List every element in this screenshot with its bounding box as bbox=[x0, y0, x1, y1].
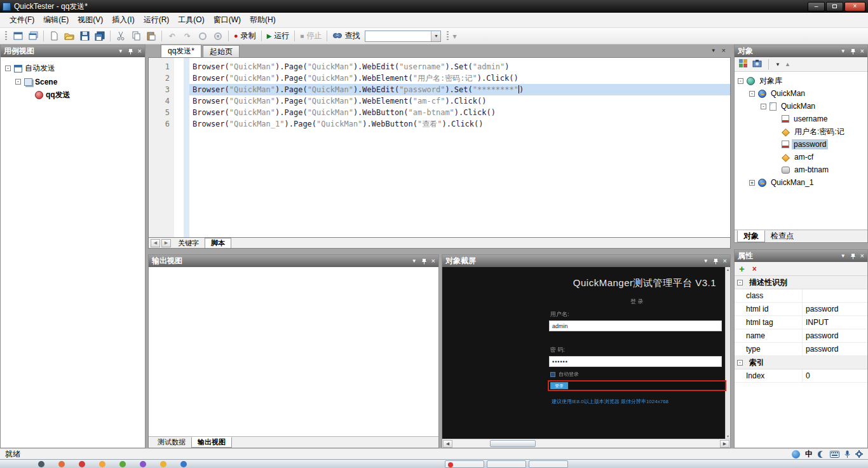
capture-object-button[interactable] bbox=[752, 59, 762, 69]
tab-keyword-view[interactable]: 关键字 bbox=[172, 238, 205, 248]
testcase-panel-header[interactable]: 用例视图 ▼ × bbox=[1, 45, 145, 57]
property-value[interactable]: 0 bbox=[803, 369, 867, 382]
property-value[interactable]: password bbox=[803, 329, 867, 342]
collapse-icon[interactable]: - bbox=[738, 78, 743, 84]
collapse-icon[interactable]: - bbox=[15, 79, 21, 85]
taskbar[interactable] bbox=[0, 459, 868, 468]
tab-test-data[interactable]: 测试数据 bbox=[152, 437, 191, 448]
redo-button[interactable]: ↷ bbox=[180, 29, 194, 43]
taskbar-app-icon[interactable] bbox=[58, 461, 65, 467]
ime-fullwidth-icon[interactable] bbox=[818, 451, 825, 458]
property-row[interactable]: html id password bbox=[735, 303, 867, 316]
menu-item-view[interactable]: 视图(V) bbox=[73, 13, 107, 27]
menu-item-window[interactable]: 窗口(W) bbox=[209, 13, 245, 27]
code-line[interactable]: Browser("QuickMan").Page("QuickMan").Web… bbox=[189, 95, 730, 107]
stop-button[interactable]: ■ 停止 bbox=[298, 29, 323, 43]
panel-close-icon[interactable]: × bbox=[723, 258, 727, 265]
scroll-up-icon[interactable]: ▲ bbox=[726, 268, 729, 272]
taskbar-window-button[interactable] bbox=[445, 460, 484, 468]
expand-icon[interactable]: + bbox=[749, 180, 755, 186]
filter-dropdown-icon[interactable]: ▼ bbox=[775, 62, 780, 67]
panel-close-icon[interactable]: × bbox=[431, 258, 435, 265]
screenshot-horizontal-scrollbar[interactable]: ◀ ▶ bbox=[442, 439, 730, 448]
tab-close-icon[interactable]: × bbox=[722, 47, 726, 54]
property-section-description[interactable]: - 描述性识别 bbox=[735, 276, 867, 289]
tab-checkpoints[interactable]: 检查点 bbox=[765, 230, 799, 242]
add-property-button[interactable]: + bbox=[739, 264, 745, 273]
pin-icon[interactable] bbox=[128, 48, 133, 55]
find-combobox[interactable]: ▼ bbox=[365, 31, 441, 42]
tab-qq-send[interactable]: qq发送* bbox=[161, 45, 201, 57]
cut-button[interactable] bbox=[114, 29, 128, 43]
step-into-button[interactable] bbox=[211, 29, 225, 43]
tab-objects[interactable]: 对象 bbox=[737, 230, 765, 242]
property-row[interactable]: Index 0 bbox=[735, 369, 867, 383]
tab-start-page[interactable]: 起始页 bbox=[203, 45, 240, 57]
menu-item-help[interactable]: 帮助(H) bbox=[245, 13, 280, 27]
panel-menu-icon[interactable]: ▼ bbox=[703, 259, 709, 264]
collapse-icon[interactable]: - bbox=[749, 91, 755, 97]
tab-output-view[interactable]: 输出视图 bbox=[191, 437, 232, 448]
pin-icon[interactable] bbox=[850, 48, 856, 55]
menu-item-file[interactable]: 文件(F) bbox=[5, 13, 39, 27]
title-bar[interactable]: QuickTester - qq发送* – × bbox=[0, 0, 868, 13]
property-value[interactable]: password bbox=[803, 303, 867, 315]
code-line[interactable]: Browser("QuickMan").Page("QuickMan").Web… bbox=[189, 84, 730, 95]
ime-settings-icon[interactable] bbox=[855, 450, 863, 458]
tab-list-icon[interactable]: ▼ bbox=[711, 48, 716, 53]
collapse-icon[interactable]: - bbox=[737, 280, 743, 286]
scrollbar-thumb[interactable] bbox=[490, 440, 536, 447]
screenshot-panel-header[interactable]: 对象截屏 ▼ × bbox=[442, 255, 730, 267]
property-row[interactable]: html tag INPUT bbox=[735, 316, 867, 329]
close-button[interactable]: × bbox=[844, 2, 865, 11]
menu-item-insert[interactable]: 插入(I) bbox=[107, 13, 139, 27]
taskbar-window-button[interactable] bbox=[487, 460, 526, 468]
menu-item-run[interactable]: 运行(R) bbox=[139, 13, 174, 27]
object-tree-item[interactable]: username bbox=[735, 113, 867, 125]
property-section-index[interactable]: - 索引 bbox=[735, 356, 867, 369]
ime-logo-icon[interactable] bbox=[792, 450, 800, 458]
code-line[interactable]: Browser("QuickMan").Page("QuickMan").Web… bbox=[189, 61, 730, 72]
pin-icon[interactable] bbox=[713, 258, 719, 265]
ime-microphone-icon[interactable] bbox=[844, 450, 850, 458]
collapse-icon[interactable]: - bbox=[737, 360, 743, 366]
selection-margin[interactable] bbox=[184, 58, 189, 237]
property-value[interactable]: INPUT bbox=[803, 316, 867, 329]
panel-menu-icon[interactable]: ▼ bbox=[118, 49, 123, 54]
object-tree-item[interactable]: 用户名:密码:记 bbox=[735, 125, 867, 138]
toolbar-grip[interactable] bbox=[5, 31, 7, 41]
find-button[interactable]: 查找 bbox=[330, 29, 362, 43]
add-object-button[interactable] bbox=[738, 59, 748, 70]
object-tree-item-selected[interactable]: password bbox=[735, 138, 867, 151]
tab-scroll-right-icon[interactable]: ▶ bbox=[161, 239, 171, 247]
new-test-button[interactable] bbox=[11, 29, 25, 43]
tab-script-view[interactable]: 脚本 bbox=[205, 238, 231, 248]
panel-menu-icon[interactable]: ▼ bbox=[841, 49, 846, 54]
combobox-dropdown-icon[interactable]: ▼ bbox=[431, 31, 440, 41]
collapse-icon[interactable]: - bbox=[761, 104, 766, 109]
save-all-button[interactable] bbox=[93, 29, 107, 43]
menu-item-edit[interactable]: 编辑(E) bbox=[39, 13, 73, 27]
paste-button[interactable] bbox=[144, 29, 158, 43]
code-line[interactable]: Browser("QuickMan_1").Page("QuickMan").W… bbox=[189, 118, 730, 130]
sort-icon[interactable]: ▲ bbox=[785, 61, 790, 67]
code-area[interactable]: 123456 Browser("QuickMan").Page("QuickMa… bbox=[148, 57, 731, 238]
open-button[interactable] bbox=[62, 29, 76, 43]
property-row[interactable]: name password bbox=[735, 329, 867, 343]
step-over-button[interactable] bbox=[196, 29, 210, 43]
property-value[interactable]: password bbox=[803, 343, 867, 355]
scroll-right-icon[interactable]: ▶ bbox=[720, 440, 729, 448]
object-tree-item[interactable]: - QuickMan bbox=[735, 100, 867, 113]
scroll-down-icon[interactable]: ▼ bbox=[726, 434, 729, 438]
taskbar-app-icon[interactable] bbox=[160, 461, 166, 467]
property-row[interactable]: type password bbox=[735, 343, 867, 356]
object-tree-item[interactable]: - 对象库 bbox=[735, 74, 867, 87]
panel-menu-icon[interactable]: ▼ bbox=[841, 254, 846, 259]
new-file-button[interactable] bbox=[47, 29, 61, 43]
collapse-icon[interactable]: - bbox=[5, 65, 11, 71]
taskbar-app-icon[interactable] bbox=[79, 461, 85, 467]
object-tree-item[interactable]: + QuickMan_1 bbox=[735, 176, 867, 189]
object-tree-item[interactable]: am-btnam bbox=[735, 163, 867, 176]
ime-language-toggle[interactable]: 中 bbox=[805, 449, 813, 460]
panel-menu-icon[interactable]: ▼ bbox=[412, 259, 417, 264]
